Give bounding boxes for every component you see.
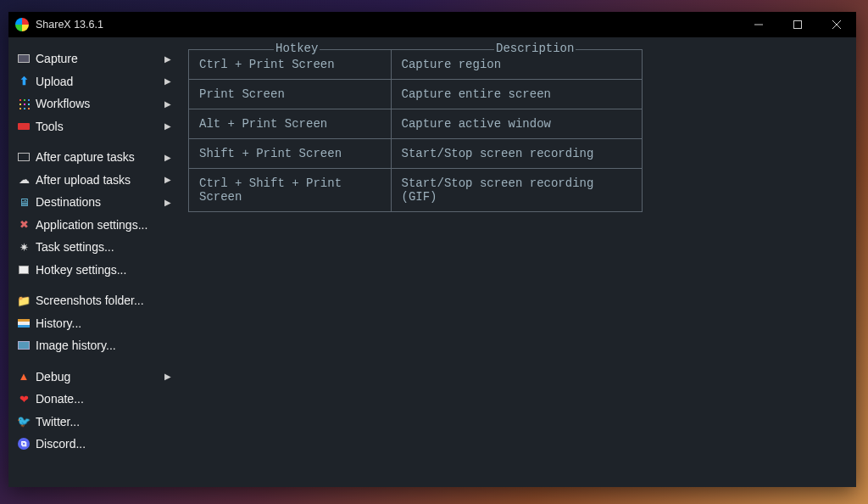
- sidebar-item-history[interactable]: History...: [8, 312, 176, 335]
- submenu-arrow-icon: ▶: [163, 76, 173, 86]
- destinations-icon: 🖥: [17, 195, 31, 209]
- svg-rect-1: [794, 21, 802, 29]
- maximize-button[interactable]: [778, 12, 817, 37]
- sidebar-item-label: Image history...: [36, 339, 173, 352]
- app-settings-icon: ✖: [17, 218, 31, 232]
- sidebar-item-workflows[interactable]: Workflows▶: [8, 92, 176, 115]
- sidebar-item-label: Capture: [36, 52, 163, 65]
- sidebar-item-label: Upload: [36, 75, 163, 88]
- sidebar-item-label: Screenshots folder...: [36, 294, 173, 307]
- sidebar-item-label: Task settings...: [36, 240, 173, 254]
- minimize-button[interactable]: [739, 12, 778, 37]
- sidebar-item-label: Destinations: [36, 195, 163, 209]
- hotkey-description: Capture active window: [391, 109, 642, 139]
- hotkey-key: Alt + Print Screen: [189, 109, 391, 139]
- hotkey-key: Ctrl + Shift + Print Screen: [189, 169, 391, 212]
- app-icon: [15, 18, 29, 31]
- sidebar-item-label: After upload tasks: [36, 173, 163, 187]
- sidebar-item-destinations[interactable]: 🖥Destinations▶: [8, 191, 176, 214]
- submenu-arrow-icon: ▶: [163, 175, 173, 184]
- titlebar: ShareX 13.6.1: [8, 12, 856, 37]
- after-upload-icon: ☁: [17, 173, 31, 187]
- history-icon: [17, 316, 31, 330]
- hotkey-description: Capture entire screen: [391, 80, 642, 109]
- workflows-icon: [17, 97, 31, 110]
- sidebar-item-hotkey-settings[interactable]: Hotkey settings...: [8, 259, 176, 282]
- hotkey-description: Start/Stop screen recording: [391, 139, 642, 169]
- submenu-arrow-icon: ▶: [163, 54, 173, 64]
- submenu-arrow-icon: ▶: [163, 99, 173, 109]
- app-window: ShareX 13.6.1 Capture▶⬆Upload▶Workflows▶…: [8, 12, 856, 487]
- close-button[interactable]: [817, 12, 856, 37]
- hotkey-settings-icon: [17, 263, 31, 277]
- window-title: ShareX 13.6.1: [36, 19, 103, 31]
- sidebar-item-after-upload-tasks[interactable]: ☁After upload tasks▶: [8, 169, 176, 192]
- sidebar: Capture▶⬆Upload▶Workflows▶Tools▶After ca…: [8, 37, 176, 487]
- discord-icon: ⧉: [17, 437, 31, 451]
- sidebar-item-label: Discord...: [36, 437, 173, 451]
- sidebar-item-label: After capture tasks: [36, 150, 163, 164]
- hotkey-key: Shift + Print Screen: [189, 139, 391, 169]
- hotkey-key: Print Screen: [189, 80, 391, 109]
- donate-icon: ❤: [17, 392, 31, 406]
- hotkey-row: Shift + Print ScreenStart/Stop screen re…: [189, 139, 642, 169]
- tools-icon: [17, 120, 31, 133]
- hotkey-row: Ctrl + Shift + Print ScreenStart/Stop sc…: [189, 169, 642, 212]
- sidebar-item-label: Debug: [36, 370, 163, 384]
- sidebar-item-label: Tools: [36, 120, 163, 133]
- hotkey-table: Hotkey Description Ctrl + Print ScreenCa…: [188, 49, 643, 212]
- sidebar-item-discord[interactable]: ⧉Discord...: [8, 433, 176, 456]
- sidebar-item-upload[interactable]: ⬆Upload▶: [8, 70, 176, 93]
- sidebar-item-twitter[interactable]: 🐦Twitter...: [8, 411, 176, 434]
- sidebar-item-label: Hotkey settings...: [36, 263, 173, 277]
- submenu-arrow-icon: ▶: [163, 153, 173, 162]
- hotkey-header: Hotkey: [274, 42, 320, 55]
- sidebar-item-capture[interactable]: Capture▶: [8, 48, 176, 70]
- submenu-arrow-icon: ▶: [163, 372, 173, 381]
- sidebar-item-donate[interactable]: ❤Donate...: [8, 388, 176, 411]
- folder-icon: 📁: [17, 294, 31, 307]
- sidebar-item-label: Workflows: [36, 97, 163, 110]
- hotkey-row: Print ScreenCapture entire screen: [189, 80, 642, 109]
- description-header: Description: [494, 42, 576, 55]
- sidebar-item-application-settings[interactable]: ✖Application settings...: [8, 214, 176, 237]
- submenu-arrow-icon: ▶: [163, 121, 173, 131]
- main-panel: Hotkey Description Ctrl + Print ScreenCa…: [176, 37, 856, 487]
- image-history-icon: [17, 339, 31, 352]
- debug-icon: ▲: [17, 370, 31, 384]
- sidebar-item-after-capture-tasks[interactable]: After capture tasks▶: [8, 146, 176, 169]
- hotkey-description: Start/Stop screen recording (GIF): [391, 169, 642, 212]
- sidebar-item-label: Twitter...: [36, 415, 173, 428]
- after-capture-icon: [17, 150, 31, 164]
- sidebar-item-task-settings[interactable]: ✷Task settings...: [8, 236, 176, 259]
- upload-icon: ⬆: [17, 75, 31, 88]
- task-settings-icon: ✷: [17, 240, 31, 254]
- submenu-arrow-icon: ▶: [163, 198, 173, 207]
- sidebar-item-screenshots-folder[interactable]: 📁Screenshots folder...: [8, 289, 176, 312]
- sidebar-item-label: History...: [36, 316, 173, 330]
- sidebar-item-image-history[interactable]: Image history...: [8, 334, 176, 357]
- sidebar-item-tools[interactable]: Tools▶: [8, 115, 176, 138]
- capture-icon: [17, 52, 31, 65]
- sidebar-item-label: Application settings...: [36, 218, 173, 232]
- hotkey-row: Alt + Print ScreenCapture active window: [189, 109, 642, 139]
- twitter-icon: 🐦: [17, 415, 31, 428]
- sidebar-item-label: Donate...: [36, 392, 173, 406]
- sidebar-item-debug[interactable]: ▲Debug▶: [8, 366, 176, 389]
